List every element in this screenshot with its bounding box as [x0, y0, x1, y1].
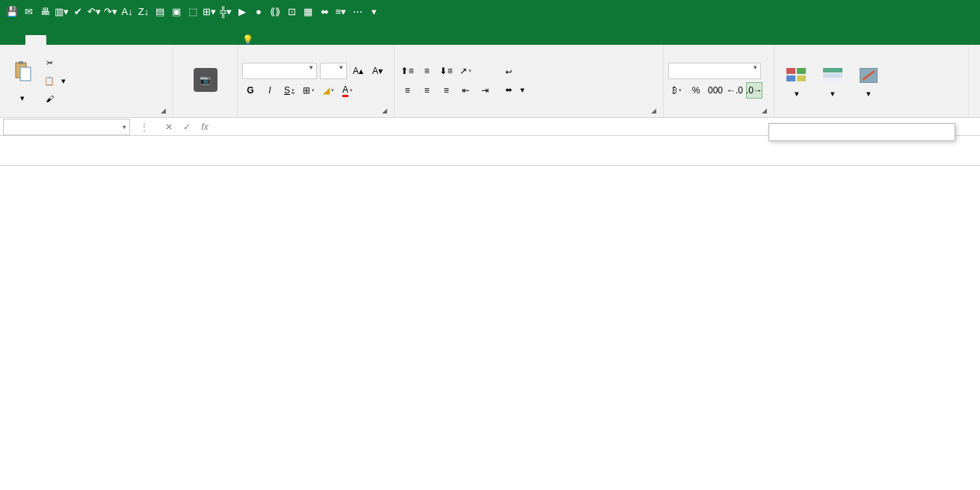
align-right-button[interactable]: ≡ [438, 82, 454, 99]
scissors-icon: ✂ [43, 57, 55, 69]
insert-function-button[interactable]: fx [197, 122, 212, 132]
svg-rect-2 [20, 67, 31, 81]
form-icon[interactable]: ▤ [152, 4, 167, 19]
merge-icon: ⬌ [502, 84, 514, 96]
cancel-formula-button[interactable]: ✕ [161, 122, 176, 132]
cond-fmt-icon [785, 63, 809, 87]
tab-mise-en-page[interactable] [67, 35, 88, 45]
fill-color-button[interactable]: ◢ [320, 82, 336, 99]
font-name-select[interactable] [242, 63, 317, 79]
borders-button[interactable]: ⊞ [301, 82, 317, 99]
record-icon[interactable]: ● [251, 4, 266, 19]
chart-icon[interactable]: ▥▾ [54, 4, 69, 19]
tab-revision[interactable] [130, 35, 151, 45]
borders-icon[interactable]: ╬▾ [218, 4, 233, 19]
paste-button[interactable]: ▾ [4, 55, 40, 107]
save-icon[interactable]: 💾 [4, 4, 19, 19]
cell-styles-button[interactable]: ▾ [851, 55, 887, 107]
freeze-icon[interactable]: ⊞▾ [202, 4, 217, 19]
quick-print-icon[interactable]: 🖶 [37, 4, 52, 19]
group-styles: ▾ ▾ ▾ [774, 45, 969, 117]
orientation-button[interactable]: ↗ [457, 63, 474, 79]
tab-accueil[interactable] [25, 35, 46, 45]
font-dialog-launcher[interactable]: ◢ [382, 107, 391, 116]
italic-button[interactable]: I [262, 82, 278, 99]
more-icon[interactable]: ⋯ [350, 4, 365, 19]
redo-icon[interactable]: ↷▾ [103, 4, 118, 19]
paste-icon [10, 59, 34, 83]
vba-icon[interactable]: ⟪⟫ [268, 4, 283, 19]
group-clipboard: ▾ ✂ 📋 ▾ 🖌 ◢ [0, 45, 173, 117]
cell-styles-icon [857, 63, 881, 87]
camera-icon[interactable]: ▣ [169, 4, 184, 19]
align-bottom-button[interactable]: ⬇≡ [438, 63, 454, 79]
wrap-icon: ↩ [502, 66, 514, 78]
underline-button[interactable]: S [281, 82, 298, 99]
ribbon: ▾ ✂ 📋 ▾ 🖌 ◢ 📷 A▴ [0, 45, 980, 118]
decrease-font-button[interactable]: A▾ [369, 63, 386, 79]
tab-donnees[interactable] [109, 35, 130, 45]
percent-button[interactable]: % [688, 82, 704, 99]
number-dialog-launcher[interactable]: ◢ [762, 107, 771, 116]
align-left-button[interactable]: ≡ [399, 82, 416, 99]
tab-affichage[interactable] [151, 35, 172, 45]
tab-aide[interactable] [214, 35, 235, 45]
copy-button[interactable]: 📋 ▾ [40, 72, 69, 89]
tab-excelformation[interactable] [172, 35, 193, 45]
comma-style-button[interactable]: 000 [707, 82, 724, 99]
pivot-icon[interactable]: ⊡ [284, 4, 299, 19]
spelling-icon[interactable]: ✔ [70, 4, 85, 19]
enter-formula-button[interactable]: ✓ [179, 122, 194, 132]
svg-rect-3 [786, 68, 795, 74]
tab-insertion[interactable] [46, 35, 67, 45]
tab-developpeur[interactable] [193, 35, 214, 45]
alignment-dialog-launcher[interactable]: ◢ [651, 107, 660, 116]
email-icon[interactable]: ✉ [21, 4, 36, 19]
font-color-button[interactable]: A [339, 82, 356, 99]
merge-icon[interactable]: ⬌ [317, 4, 332, 19]
number-format-select[interactable] [668, 63, 761, 79]
svg-rect-1 [19, 61, 23, 64]
format-as-table-button[interactable]: ▾ [815, 55, 851, 107]
align-center-button[interactable]: ≡ [419, 82, 435, 99]
group-alignment: ⬆≡ ≡ ⬇≡ ↗ ≡ ≡ ≡ ⇤ ⇥ ↩ ⬌ ▾ ◢ [395, 45, 664, 117]
increase-indent-button[interactable]: ⇥ [477, 82, 493, 99]
qat-dropdown-icon[interactable]: ▾ [366, 4, 381, 19]
svg-rect-7 [823, 68, 842, 72]
sort-desc-icon[interactable]: Z↓ [136, 4, 151, 19]
bold-button[interactable]: G [242, 82, 259, 99]
increase-font-button[interactable]: A▴ [350, 63, 366, 79]
font-size-select[interactable] [320, 63, 347, 79]
svg-rect-4 [797, 68, 806, 74]
macro-icon[interactable]: ▶ [235, 4, 250, 19]
quick-access-toolbar: 💾 ✉ 🖶 ▥▾ ✔ ↶▾ ↷▾ A↓ Z↓ ▤ ▣ ⬚ ⊞▾ ╬▾ ▶ ● ⟪… [0, 4, 386, 19]
clipboard-dialog-launcher[interactable]: ◢ [161, 107, 170, 116]
group-camera: 📷 [173, 45, 238, 117]
align-middle-button[interactable]: ≡ [419, 63, 435, 79]
decrease-decimal-button[interactable]: .0→ [746, 82, 762, 99]
tell-me-search[interactable]: 💡 [242, 34, 258, 45]
wrap-text-button[interactable]: ↩ [499, 63, 528, 80]
accounting-format-button[interactable]: ₿ [668, 82, 685, 99]
align-top-button[interactable]: ⬆≡ [399, 63, 416, 79]
sort-asc-icon[interactable]: A↓ [120, 4, 135, 19]
brush-icon: 🖌 [43, 93, 55, 105]
increase-decimal-button[interactable]: ←.0 [727, 82, 743, 99]
camera-button[interactable]: 📷 [188, 55, 224, 107]
name-box[interactable] [3, 119, 130, 135]
decrease-indent-button[interactable]: ⇤ [457, 82, 474, 99]
format-painter-button[interactable]: 🖌 [40, 90, 69, 107]
tab-fichier[interactable] [4, 35, 25, 45]
center-icon[interactable]: ≡▾ [333, 4, 348, 19]
table-icon[interactable]: ▦ [301, 4, 315, 19]
svg-rect-9 [823, 78, 842, 83]
ribbon-tabs: 💡 [0, 22, 980, 45]
tab-formules[interactable] [88, 35, 109, 45]
toggle-icon[interactable]: ⬚ [185, 4, 200, 19]
conditional-formatting-button[interactable]: ▾ [779, 55, 815, 107]
cut-button[interactable]: ✂ [40, 55, 69, 71]
svg-rect-6 [797, 75, 806, 81]
group-number: ₿ % 000 ←.0 .0→ ◢ [664, 45, 774, 117]
undo-icon[interactable]: ↶▾ [87, 4, 102, 19]
merge-center-button[interactable]: ⬌ ▾ [499, 81, 528, 98]
